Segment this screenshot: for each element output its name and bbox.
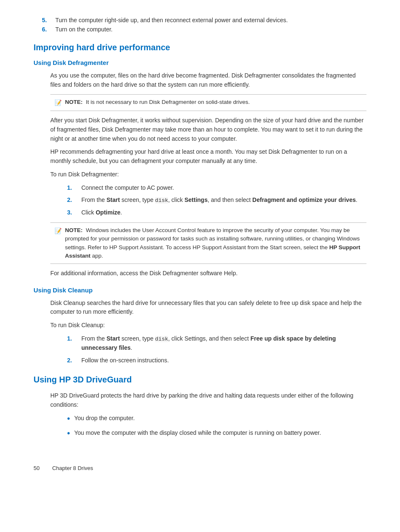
- cleanup-step-1-num: 1.: [67, 334, 77, 353]
- defragmenter-note1: 📝 NOTE: It is not necessary to run Disk …: [50, 94, 366, 111]
- cleanup-step-2-content: Follow the on-screen instructions.: [81, 356, 366, 365]
- defragmenter-content: As you use the computer, files on the ha…: [34, 71, 366, 278]
- bullet-dot-1: •: [67, 412, 70, 425]
- cleanup-step-2: 2. Follow the on-screen instructions.: [67, 356, 366, 365]
- defragmenter-note2: 📝 NOTE: Windows includes the User Accoun…: [50, 222, 366, 264]
- defragmenter-steps: 1. Connect the computer to AC power. 2. …: [67, 183, 366, 218]
- defrag-step-2-content: From the Start screen, type disk, click …: [81, 196, 366, 205]
- note1-icon: 📝: [55, 98, 62, 107]
- defrag-step-1-num: 1.: [67, 183, 77, 193]
- driveguard-title: Using HP 3D DriveGuard: [34, 375, 366, 385]
- cleanup-section: Using Disk Cleanup Disk Cleanup searches…: [34, 287, 366, 365]
- bullet-text-2: You move the computer with the display c…: [74, 429, 321, 438]
- cleanup-para2: To run Disk Cleanup:: [50, 321, 366, 330]
- defrag-step-2-num: 2.: [67, 196, 77, 205]
- cleanup-step-1: 1. From the Start screen, type disk, cli…: [67, 334, 366, 353]
- cleanup-heading: Using Disk Cleanup: [34, 287, 366, 294]
- driveguard-section: Using HP 3D DriveGuard HP 3D DriveGuard …: [34, 375, 366, 439]
- cleanup-step-2-num: 2.: [67, 356, 77, 365]
- footer-text: 50 Chapter 8 Drives: [34, 465, 366, 471]
- improving-title: Improving hard drive performance: [34, 43, 366, 52]
- note2-text: Windows includes the User Account Contro…: [65, 227, 360, 259]
- footer-chapter: Chapter 8 Drives: [52, 465, 93, 471]
- driveguard-bullets: • You drop the computer. • You move the …: [67, 414, 366, 440]
- note2-label: NOTE:: [65, 227, 83, 233]
- cleanup-content: Disk Cleanup searches the hard drive for…: [34, 299, 366, 365]
- bullet-item-2: • You move the computer with the display…: [67, 429, 366, 440]
- bullet-dot-2: •: [67, 427, 70, 440]
- defrag-step-3: 3. Click Optimize.: [67, 208, 366, 217]
- defragmenter-heading: Using Disk Defragmenter: [34, 59, 366, 66]
- defrag-step-3-num: 3.: [67, 208, 77, 217]
- footer: 50 Chapter 8 Drives: [34, 465, 366, 471]
- cleanup-steps: 1. From the Start screen, type disk, cli…: [67, 334, 366, 365]
- defragmenter-para1: As you use the computer, files on the ha…: [50, 71, 366, 89]
- defragmenter-section: Using Disk Defragmenter As you use the c…: [34, 59, 366, 278]
- bullet-text-1: You drop the computer.: [74, 414, 135, 423]
- intro-item-6: 6. Turn on the computer.: [34, 26, 366, 33]
- intro-item-6-text: Turn on the computer.: [55, 26, 112, 33]
- intro-item-5-num: 5.: [42, 17, 52, 23]
- improving-section: Improving hard drive performance Using D…: [34, 43, 366, 365]
- note1-text: It is not necessary to run Disk Defragme…: [86, 99, 250, 105]
- note2-content: NOTE: Windows includes the User Account …: [65, 226, 362, 260]
- defragmenter-para4: To run Disk Defragmenter:: [50, 170, 366, 179]
- defrag-step-2: 2. From the Start screen, type disk, cli…: [67, 196, 366, 205]
- intro-item-6-num: 6.: [42, 26, 52, 33]
- defrag-step-1: 1. Connect the computer to AC power.: [67, 183, 366, 193]
- intro-list: 5. Turn the computer right-side up, and …: [34, 17, 366, 33]
- note1-label: NOTE:: [65, 99, 83, 105]
- bullet-item-1: • You drop the computer.: [67, 414, 366, 425]
- note2-icon: 📝: [55, 227, 62, 235]
- note1-content: NOTE: It is not necessary to run Disk De…: [65, 98, 250, 106]
- cleanup-para1: Disk Cleanup searches the hard drive for…: [50, 299, 366, 317]
- defragmenter-para3: HP recommends defragmenting your hard dr…: [50, 147, 366, 165]
- defragmenter-para5: For additional information, access the D…: [50, 269, 366, 278]
- cleanup-step-1-content: From the Start screen, type disk, click …: [81, 334, 366, 353]
- driveguard-para1: HP 3D DriveGuard protects the hard drive…: [50, 391, 366, 409]
- intro-item-5-text: Turn the computer right-side up, and the…: [55, 17, 288, 23]
- defrag-step-3-content: Click Optimize.: [81, 208, 366, 217]
- footer-page: 50: [34, 465, 39, 471]
- defragmenter-para2: After you start Disk Defragmenter, it wo…: [50, 116, 366, 143]
- defrag-step-1-content: Connect the computer to AC power.: [81, 183, 366, 193]
- driveguard-content: HP 3D DriveGuard protects the hard drive…: [34, 391, 366, 439]
- intro-item-5: 5. Turn the computer right-side up, and …: [34, 17, 366, 23]
